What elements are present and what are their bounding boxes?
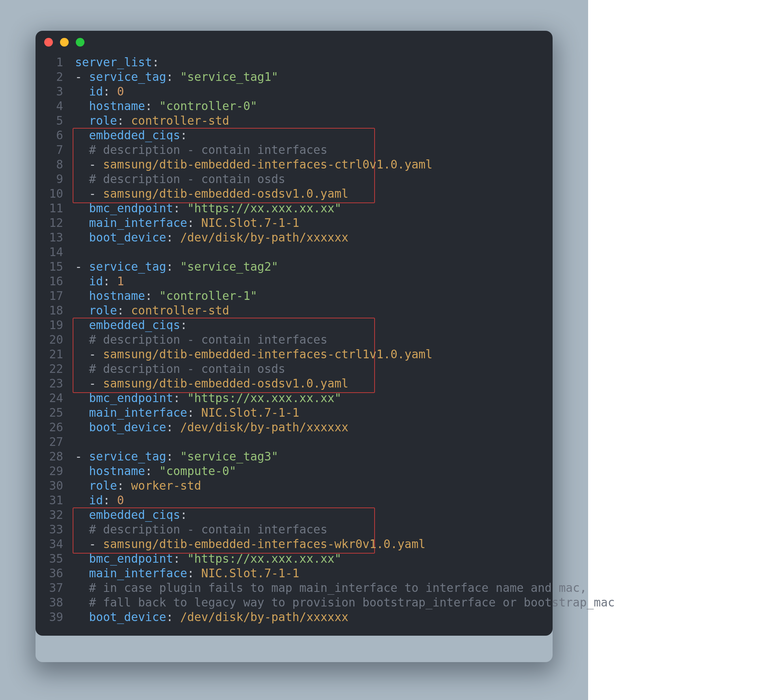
token-punc: - [75, 537, 103, 551]
token-str: "service_tag1" [180, 70, 278, 84]
code-text: id: 0 [75, 493, 124, 508]
line-number: 33 [36, 522, 75, 537]
token-punc: - [75, 348, 103, 361]
code-line: 5 role: controller-std [36, 114, 553, 128]
token-str: "https://xx.xxx.xx.xx" [187, 202, 341, 215]
zoom-icon[interactable] [76, 38, 84, 47]
code-text: - samsung/dtib-embedded-osdsv1.0.yaml [75, 187, 349, 201]
token-plain: /dev/disk/by-path/xxxxxx [180, 231, 348, 244]
code-text: - service_tag: "service_tag2" [75, 260, 278, 274]
token-key: server_list [75, 56, 152, 69]
token-key: hostname [89, 464, 145, 478]
code-line: 6 embedded_ciqs: [36, 128, 553, 143]
token-str: "compute-0" [159, 464, 236, 478]
close-icon[interactable] [44, 38, 53, 47]
line-number: 20 [36, 333, 75, 347]
line-number: 7 [36, 143, 75, 157]
code-text: - samsung/dtib-embedded-osdsv1.0.yaml [75, 376, 349, 391]
token-punc: : [103, 85, 117, 98]
code-text: main_interface: NIC.Slot.7-1-1 [75, 216, 299, 230]
token-key: bmc_endpoint [89, 202, 173, 215]
token-key: bmc_endpoint [89, 391, 173, 405]
code-editor-window: 1server_list:2- service_tag: "service_ta… [36, 31, 553, 636]
code-line: 2- service_tag: "service_tag1" [36, 70, 553, 84]
minimize-icon[interactable] [60, 38, 69, 47]
token-punc [75, 289, 89, 303]
line-number: 38 [36, 595, 75, 610]
line-number: 15 [36, 260, 75, 274]
token-punc: : [145, 99, 159, 113]
code-text: - samsung/dtib-embedded-interfaces-wkr0v… [75, 537, 425, 552]
token-punc: : [166, 231, 180, 244]
token-punc [75, 143, 89, 157]
code-text: embedded_ciqs: [75, 508, 187, 522]
line-number: 25 [36, 406, 75, 420]
code-line: 14 [36, 245, 553, 260]
token-str: "controller-1" [159, 289, 257, 303]
code-text: # description - contain interfaces [75, 522, 327, 537]
token-punc [75, 85, 89, 98]
token-plain: NIC.Slot.7-1-1 [201, 216, 300, 230]
line-number: 3 [36, 84, 75, 99]
code-line: 10 - samsung/dtib-embedded-osdsv1.0.yaml [36, 187, 553, 201]
line-number: 31 [36, 493, 75, 508]
code-text: hostname: "compute-0" [75, 464, 236, 479]
code-text: main_interface: NIC.Slot.7-1-1 [75, 566, 299, 581]
code-line: 16 id: 1 [36, 274, 553, 289]
token-punc: : [173, 391, 187, 405]
token-punc [75, 333, 89, 346]
token-punc [75, 421, 89, 434]
code-text: role: controller-std [75, 303, 229, 318]
token-num: 1 [117, 275, 124, 288]
code-text: - service_tag: "service_tag1" [75, 70, 278, 84]
line-number: 29 [36, 464, 75, 479]
code-text: hostname: "controller-1" [75, 289, 257, 303]
token-punc: : [166, 610, 180, 624]
code-text: bmc_endpoint: "https://xx.xxx.xx.xx" [75, 391, 341, 406]
token-punc [75, 362, 89, 376]
code-text: # fall back to legacy way to provision b… [75, 595, 615, 610]
line-number: 9 [36, 172, 75, 187]
token-str: "https://xx.xxx.xx.xx" [187, 391, 341, 405]
token-punc: : [166, 450, 180, 463]
token-punc: : [180, 129, 187, 142]
code-line: 26 boot_device: /dev/disk/by-path/xxxxxx [36, 420, 553, 435]
token-punc [75, 610, 89, 624]
token-punc [75, 508, 89, 522]
token-punc [75, 216, 89, 230]
code-line: 20 # description - contain interfaces [36, 333, 553, 347]
code-text: embedded_ciqs: [75, 128, 187, 143]
line-number: 23 [36, 376, 75, 391]
token-punc: : [187, 567, 201, 580]
token-punc: : [117, 304, 131, 317]
code-line: 22 # description - contain osds [36, 362, 553, 376]
token-plain: NIC.Slot.7-1-1 [201, 567, 300, 580]
line-number: 5 [36, 114, 75, 128]
token-punc: : [187, 216, 201, 230]
token-key: main_interface [89, 567, 187, 580]
token-punc: - [75, 158, 103, 171]
token-punc: : [145, 464, 159, 478]
code-text: boot_device: /dev/disk/by-path/xxxxxx [75, 420, 349, 435]
code-text: - samsung/dtib-embedded-interfaces-ctrl0… [75, 157, 433, 172]
token-key: main_interface [89, 406, 187, 419]
line-number: 16 [36, 274, 75, 289]
token-punc: - [75, 70, 89, 84]
line-number: 10 [36, 187, 75, 201]
line-number: 32 [36, 508, 75, 522]
token-punc: - [75, 377, 103, 390]
token-key: role [89, 479, 117, 492]
token-str: "service_tag2" [180, 260, 278, 273]
code-line: 17 hostname: "controller-1" [36, 289, 553, 303]
code-line: 25 main_interface: NIC.Slot.7-1-1 [36, 406, 553, 420]
code-line: 4 hostname: "controller-0" [36, 99, 553, 114]
code-text: id: 0 [75, 84, 124, 99]
token-punc: - [75, 260, 89, 273]
token-plain: /dev/disk/by-path/xxxxxx [180, 610, 348, 624]
token-plain: samsung/dtib-embedded-osdsv1.0.yaml [103, 187, 349, 200]
code-line: 28- service_tag: "service_tag3" [36, 449, 553, 464]
code-text: boot_device: /dev/disk/by-path/xxxxxx [75, 610, 349, 625]
code-line: 9 # description - contain osds [36, 172, 553, 187]
code-text: boot_device: /dev/disk/by-path/xxxxxx [75, 230, 349, 245]
line-number: 21 [36, 347, 75, 362]
